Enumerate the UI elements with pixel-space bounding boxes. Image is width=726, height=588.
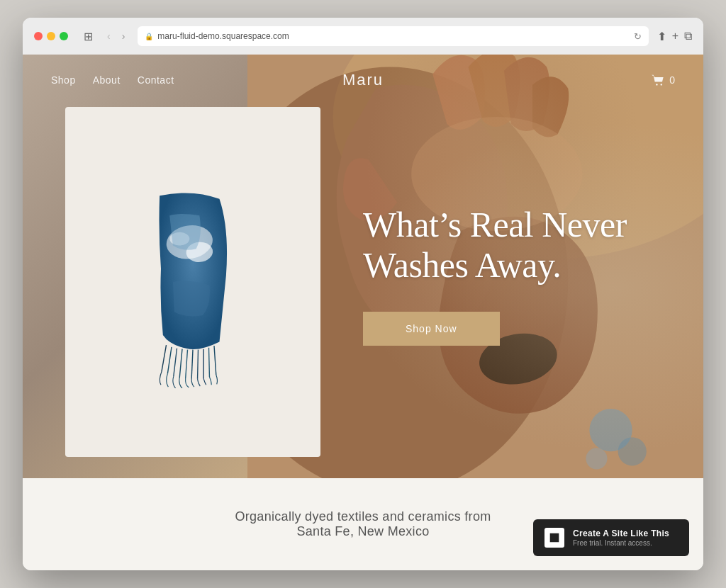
close-button[interactable]	[34, 32, 43, 40]
create-site-title: Create A Site Like This	[573, 528, 669, 538]
back-forward-controls: ‹ ›	[103, 29, 129, 43]
nav-right[interactable]: 0	[651, 74, 675, 86]
tab-overview-icon[interactable]: ⧉	[684, 30, 692, 43]
create-site-text-block: Create A Site Like This Free trial. Inst…	[573, 528, 669, 547]
main-nav: Shop About Contact Maru 0	[23, 55, 703, 100]
hero-text-area: What’s Real Never Washes Away. Shop Now	[320, 100, 703, 478]
svg-point-9	[661, 84, 662, 85]
browser-chrome: ⊞ ‹ › 🔒 maru-fluid-demo.squarespace.com …	[23, 18, 703, 55]
squarespace-icon	[548, 531, 561, 544]
svg-line-21	[209, 348, 210, 377]
svg-line-13	[162, 345, 167, 372]
browser-window: ⊞ ‹ › 🔒 maru-fluid-demo.squarespace.com …	[23, 18, 703, 570]
new-tab-icon[interactable]: +	[672, 30, 678, 43]
svg-line-16	[179, 349, 182, 378]
hero-body: What’s Real Never Washes Away. Shop Now	[23, 100, 703, 478]
product-image	[108, 176, 278, 388]
svg-line-14	[167, 347, 172, 374]
address-bar[interactable]: 🔒 maru-fluid-demo.squarespace.com ↻	[138, 26, 648, 46]
brand-name: Maru	[342, 71, 384, 89]
tagline-text: Organically dyed textiles and ceramics f…	[235, 509, 491, 539]
nav-left: Shop About Contact	[51, 74, 174, 86]
nav-brand-center: Maru	[342, 71, 384, 89]
squarespace-logo	[544, 528, 564, 548]
sidebar-toggle-icon[interactable]: ⊞	[82, 28, 94, 45]
url-text: maru-fluid-demo.squarespace.com	[157, 31, 289, 41]
lock-icon: 🔒	[145, 33, 153, 40]
hero-headline: What’s Real Never Washes Away.	[363, 205, 661, 286]
website-content: Shop About Contact Maru 0	[23, 55, 703, 570]
bottom-section: Organically dyed textiles and ceramics f…	[23, 478, 703, 570]
svg-point-8	[656, 84, 657, 85]
svg-line-19	[198, 350, 199, 379]
svg-line-15	[174, 349, 177, 376]
cart-count: 0	[669, 74, 675, 86]
nav-about[interactable]: About	[93, 74, 121, 86]
forward-button[interactable]: ›	[118, 29, 130, 43]
product-card	[65, 107, 320, 457]
nav-contact[interactable]: Contact	[138, 74, 174, 86]
shop-now-button[interactable]: Shop Now	[363, 312, 500, 346]
window-controls: ⊞	[82, 28, 94, 45]
create-site-banner[interactable]: Create A Site Like This Free trial. Inst…	[533, 519, 689, 556]
traffic-lights	[34, 32, 68, 40]
svg-line-18	[191, 350, 193, 379]
hero-section: Shop About Contact Maru 0	[23, 55, 703, 478]
svg-line-22	[214, 346, 216, 375]
maximize-button[interactable]	[60, 32, 68, 40]
svg-line-17	[186, 350, 188, 378]
create-site-subtitle: Free trial. Instant access.	[573, 539, 669, 547]
minimize-button[interactable]	[47, 32, 55, 40]
browser-actions: ⬆ + ⧉	[657, 30, 692, 43]
nav-shop[interactable]: Shop	[51, 74, 76, 86]
cart-icon	[651, 74, 665, 86]
share-icon[interactable]: ⬆	[657, 30, 666, 43]
back-button[interactable]: ‹	[103, 29, 115, 43]
reload-icon[interactable]: ↻	[634, 31, 642, 42]
